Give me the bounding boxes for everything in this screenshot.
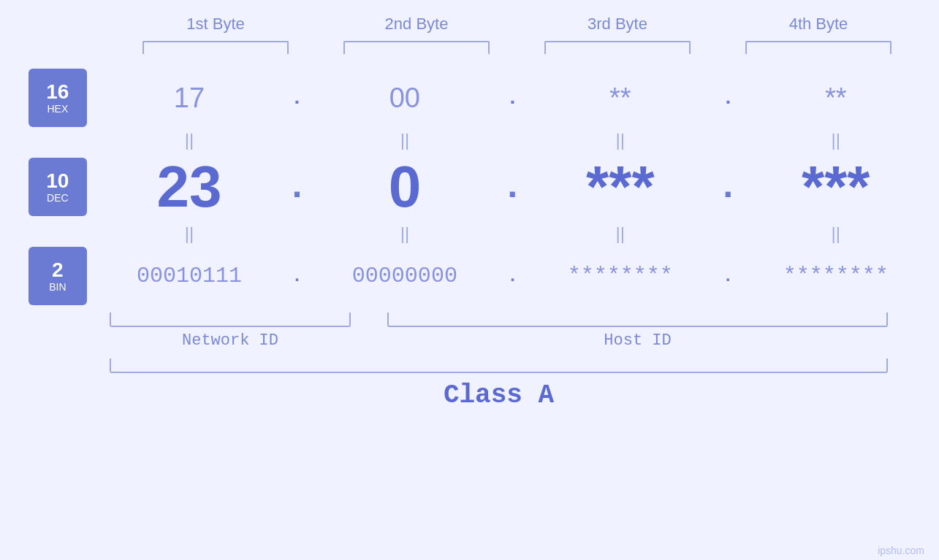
dot-6: . [717, 166, 739, 208]
bin-b4: ******** [756, 264, 916, 288]
byte2-header: 2nd Byte [336, 15, 497, 34]
bracket-byte1 [142, 41, 289, 54]
dec-row: 23 . 0 . *** . *** [101, 153, 924, 220]
eq1-b4: || [756, 130, 916, 150]
top-bracket-row [115, 41, 919, 54]
dec-number: 10 [46, 170, 69, 193]
equals-row-2: || || || || [101, 223, 924, 244]
bin-row: 00010111 . 00000000 . ******** . *******… [101, 264, 924, 288]
byte1-header: 1st Byte [135, 15, 296, 34]
bin-label: BIN [49, 281, 66, 293]
dec-badge: 10 DEC [28, 158, 87, 216]
dot-2: . [501, 87, 523, 110]
dot-7: . [286, 266, 308, 286]
byte4-header: 4th Byte [738, 15, 899, 34]
dec-label: DEC [47, 192, 69, 204]
dot-4: . [286, 166, 308, 208]
byte3-header: 3rd Byte [537, 15, 698, 34]
class-label: Class A [110, 380, 888, 410]
dec-b2: 0 [324, 153, 485, 220]
dec-b4: *** [756, 153, 916, 220]
eq1-b2: || [324, 130, 485, 150]
class-bracket [110, 358, 888, 373]
hex-b2: 00 [324, 83, 485, 114]
bracket-byte3 [544, 41, 691, 54]
hex-number: 16 [46, 81, 69, 104]
dec-b3: *** [540, 153, 701, 220]
eq2-b3: || [540, 223, 701, 244]
eq2-b4: || [756, 223, 916, 244]
bin-b3: ******** [540, 264, 701, 288]
dot-9: . [717, 266, 739, 286]
bin-b1: 00010111 [109, 264, 270, 288]
footer-credit: ipshu.com [878, 545, 924, 556]
eq1-b1: || [109, 130, 270, 150]
dot-8: . [501, 266, 523, 286]
bin-number: 2 [52, 259, 64, 282]
hex-row: 17 . 00 . ** . ** [101, 83, 924, 114]
hex-label: HEX [47, 103, 68, 115]
bracket-byte2 [343, 41, 490, 54]
byte-headers: 1st Byte 2nd Byte 3rd Byte 4th Byte [115, 15, 919, 34]
bin-b2: 00000000 [324, 264, 485, 288]
dot-1: . [286, 87, 308, 110]
hex-b3: ** [540, 83, 701, 114]
dec-b1: 23 [109, 153, 270, 220]
bin-badge: 2 BIN [28, 247, 87, 305]
eq2-b1: || [109, 223, 270, 244]
hex-b1: 17 [109, 83, 270, 114]
eq2-b2: || [324, 223, 485, 244]
dot-3: . [717, 87, 739, 110]
network-id-label: Network ID [110, 331, 351, 350]
bracket-byte4 [745, 41, 892, 54]
hex-b4: ** [756, 83, 916, 114]
eq1-b3: || [540, 130, 701, 150]
hex-badge: 16 HEX [28, 69, 87, 127]
dot-5: . [501, 166, 523, 208]
network-id-bracket [110, 312, 351, 327]
host-id-label: Host ID [387, 331, 888, 350]
equals-row-1: || || || || [101, 130, 924, 150]
main-container: 1st Byte 2nd Byte 3rd Byte 4th Byte 16 H… [0, 0, 939, 560]
host-id-bracket [387, 312, 888, 327]
